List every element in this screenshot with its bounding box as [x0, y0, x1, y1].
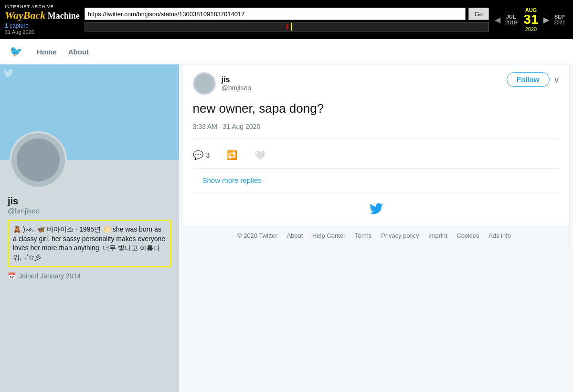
cal-jul-year: 2019: [505, 20, 517, 25]
tweet-actions: 💬 3 🔁 🤍: [193, 146, 560, 169]
footer-privacy[interactable]: Privacy policy: [381, 232, 419, 239]
wayback-url-area: Go: [85, 8, 489, 20]
wayback-logo-machine: Machine: [45, 11, 80, 21]
retweet-icon: 🔁: [227, 150, 237, 160]
tweet-header: jis @bmjisoo Follow ∨: [193, 72, 560, 95]
wayback-url-section: Go: [85, 8, 489, 32]
twitter-footer: © 2020 Twitter About Help Center Terms P…: [183, 225, 569, 246]
wayback-calendar: ◀ JUL 2019 AUG 31 2020 ▶ SEP 2021: [494, 0, 568, 39]
twitter-nav: 🐦 Home About: [0, 39, 573, 64]
cal-month-jul: JUL 2019: [502, 12, 520, 27]
footer-imprint[interactable]: Imprint: [428, 232, 447, 239]
wayback-go-button[interactable]: Go: [468, 8, 489, 20]
banner-small-icon: [4, 68, 13, 78]
tweet-card: jis @bmjisoo Follow ∨ new owner, sapa do…: [183, 64, 569, 225]
wayback-logo-text: INTERNET ARCHIVE: [5, 4, 54, 9]
cal-aug-day: 31: [523, 13, 538, 26]
profile-joined: 📅 Joined January 2014: [8, 272, 171, 280]
cal-month-aug: AUG 31 2020: [520, 5, 541, 34]
cal-month-sep: SEP 2021: [551, 12, 568, 27]
like-icon: 🤍: [255, 150, 265, 160]
spark-red-line: [286, 24, 288, 30]
main-layout: jis @bmjisoo 🧸 )ᨒ. 🦋 비아이소 · 1995년 🌕 she …: [0, 64, 573, 392]
wayback-bar: INTERNET ARCHIVE WayBack Machine 1 captu…: [0, 0, 573, 39]
tweet-time: 3:33 AM · 31 Aug 2020: [193, 123, 560, 138]
capture-link[interactable]: 1 capture: [5, 22, 29, 29]
reply-count: 3: [206, 151, 210, 159]
calendar-icon: 📅: [8, 272, 16, 280]
footer-cookies[interactable]: Cookies: [456, 232, 479, 239]
twitter-bird-watermark: [370, 202, 383, 215]
tweet-user-name: jis: [222, 75, 251, 84]
wayback-capture-info: 1 capture 31 Aug 2020: [5, 22, 34, 35]
tweet-avatar-img: [195, 74, 214, 93]
footer-help[interactable]: Help Center: [312, 232, 345, 239]
tweet-user-handle: @bmjisoo: [222, 84, 251, 92]
twitter-logo-icon: 🐦: [10, 45, 22, 58]
tweet-footer-logo: [193, 192, 560, 225]
profile-avatar-inner: [17, 138, 60, 181]
cal-jul-name: JUL: [506, 14, 516, 20]
footer-about[interactable]: About: [286, 232, 303, 239]
profile-avatar-wrap: [10, 131, 67, 189]
profile-sidebar: jis @bmjisoo 🧸 )ᨒ. 🦋 비아이소 · 1995년 🌕 she …: [0, 64, 179, 392]
footer-copyright: © 2020 Twitter: [237, 232, 277, 239]
follow-button[interactable]: Follow: [507, 72, 550, 87]
tweet-reply-action[interactable]: 💬 3: [193, 150, 210, 160]
wayback-logo-area: INTERNET ARCHIVE WayBack Machine 1 captu…: [5, 4, 80, 35]
capture-date: 31 Aug 2020: [5, 29, 34, 35]
profile-banner: [0, 64, 179, 160]
tweet-user-text: jis @bmjisoo: [222, 75, 251, 92]
reply-icon: 💬: [193, 150, 203, 160]
tweet-text: new owner, sapa dong?: [193, 101, 560, 117]
show-more-replies[interactable]: Show more replies: [193, 169, 560, 192]
profile-bio: 🧸 )ᨒ. 🦋 비아이소 · 1995년 🌕 she was born as a…: [8, 220, 171, 267]
wayback-logo-main: WayBack Machine: [5, 9, 80, 21]
footer-terms[interactable]: Terms: [355, 232, 371, 239]
footer-ads[interactable]: Ads info: [488, 232, 511, 239]
nav-home[interactable]: Home: [37, 46, 57, 58]
profile-avatar: [10, 131, 67, 189]
profile-name: jis: [8, 196, 171, 207]
wayback-logo-back: Back: [23, 9, 45, 21]
profile-handle: @bmjisoo: [8, 207, 171, 215]
cal-prev-arrow[interactable]: ◀: [494, 14, 501, 25]
tweet-header-right: Follow ∨: [507, 72, 560, 87]
profile-info: jis @bmjisoo 🧸 )ᨒ. 🦋 비아이소 · 1995년 🌕 she …: [0, 196, 179, 287]
profile-joined-text: Joined January 2014: [19, 272, 81, 280]
tweet-avatar: [193, 72, 216, 95]
cal-sep-year: 2021: [554, 20, 565, 25]
tweet-user-info: jis @bmjisoo: [193, 72, 251, 95]
tweet-retweet-action[interactable]: 🔁: [227, 150, 237, 160]
wayback-logo-way: Way: [5, 9, 23, 21]
content-area: jis @bmjisoo Follow ∨ new owner, sapa do…: [179, 64, 573, 392]
tweet-like-action[interactable]: 🤍: [255, 150, 265, 160]
nav-about[interactable]: About: [68, 46, 89, 58]
wayback-sparkline: [85, 22, 489, 32]
caret-icon[interactable]: ∨: [553, 74, 560, 85]
wayback-url-input[interactable]: [85, 8, 466, 20]
cal-next-arrow[interactable]: ▶: [542, 14, 550, 25]
spark-yellow-line: [291, 23, 292, 31]
cal-aug-year: 2020: [525, 26, 537, 32]
tweet-card-container: jis @bmjisoo Follow ∨ new owner, sapa do…: [183, 64, 570, 246]
cal-sep-name: SEP: [554, 14, 565, 20]
